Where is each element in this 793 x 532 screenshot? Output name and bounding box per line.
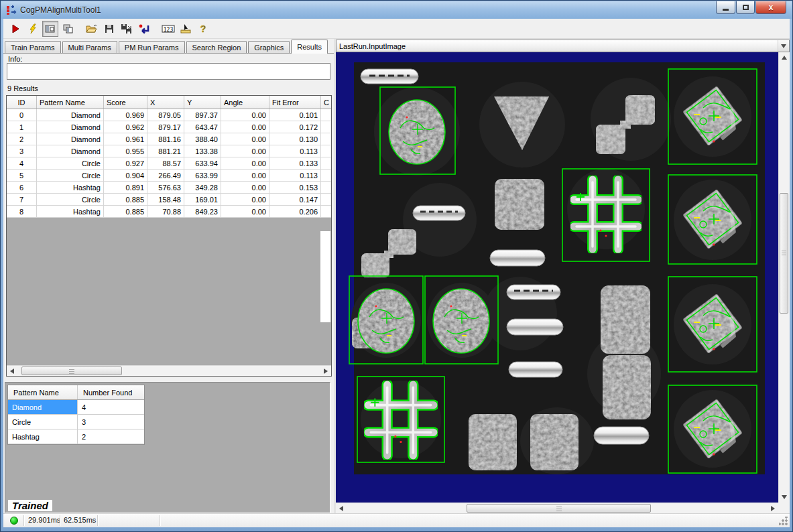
info-label: Info:: [8, 55, 22, 63]
column-header[interactable]: Number Found: [78, 385, 144, 399]
tab-results[interactable]: Results: [291, 40, 328, 54]
image-display[interactable]: [336, 52, 778, 503]
tab-multi-params[interactable]: Multi Params: [62, 41, 117, 54]
table-row[interactable]: 6Hashtag0.891576.63349.280.000.153: [7, 182, 331, 194]
tab-strip: Train Params Multi Params PM Run Params …: [5, 40, 334, 54]
save-as-icon: [121, 23, 133, 34]
scroll-left-icon[interactable]: [7, 366, 17, 377]
summary-header: Pattern Name Number Found: [8, 385, 144, 400]
grid-horizontal-scrollbar[interactable]: [7, 365, 331, 376]
scroll-down-icon[interactable]: [779, 492, 790, 503]
minimize-button[interactable]: [716, 1, 735, 14]
run-continuous-button[interactable]: [25, 21, 41, 37]
column-header[interactable]: Y: [184, 96, 221, 109]
table-row[interactable]: 5Circle0.904266.49633.990.000.113: [7, 170, 331, 182]
run-time-value: 29.901ms: [28, 516, 60, 524]
chevron-down-icon: [778, 40, 789, 52]
image-display-copy-icon: [62, 23, 73, 34]
save-button[interactable]: [101, 21, 117, 37]
reset-arrow-icon: [138, 23, 150, 34]
results-count-label: 9 Results: [7, 84, 38, 92]
image-display-icon: [45, 23, 56, 34]
app-window: CogPMAlignMultiTool1 x: [0, 0, 793, 532]
svg-text:?: ?: [200, 23, 206, 34]
open-folder-icon: [86, 23, 98, 34]
app-icon: [6, 5, 17, 15]
window-title: CogPMAlignMultiTool1: [20, 5, 101, 15]
help-icon: ?: [198, 23, 208, 34]
column-header[interactable]: X: [147, 96, 184, 109]
table-row[interactable]: 7Circle0.885158.48169.010.000.147: [7, 194, 331, 206]
tab-pm-run-params[interactable]: PM Run Params: [119, 41, 185, 54]
float-image-display-button[interactable]: [60, 21, 76, 37]
close-button[interactable]: x: [755, 1, 786, 14]
info-input[interactable]: [7, 63, 330, 80]
table-row[interactable]: 2Diamond0.961881.16388.400.000.130: [7, 133, 331, 145]
open-file-button[interactable]: [84, 21, 100, 37]
table-row[interactable]: Hashtag 2: [8, 429, 144, 444]
maximize-icon: [743, 5, 749, 10]
reset-button[interactable]: [136, 21, 152, 37]
maximize-button[interactable]: [736, 1, 755, 14]
status-led: [10, 517, 18, 525]
save-image-button[interactable]: [119, 21, 135, 37]
column-header[interactable]: ID: [7, 96, 37, 109]
total-time-value: 62.515ms: [64, 516, 96, 524]
toolbar: 123 ?: [3, 19, 790, 39]
pattern-summary-table: Pattern Name Number Found Diamond 4 Circ…: [7, 385, 145, 445]
summary-panel: Pattern Name Number Found Diamond 4 Circ…: [5, 382, 330, 513]
column-header[interactable]: Pattern Name: [37, 96, 104, 109]
play-icon: [10, 23, 21, 34]
scroll-right-icon[interactable]: [768, 503, 778, 514]
results-grid-header: ID Pattern Name Score X Y Angle Fit Erro…: [7, 96, 331, 109]
lightning-icon: [27, 23, 38, 34]
column-header[interactable]: C: [321, 96, 331, 109]
scrollbar-corner: [778, 503, 790, 513]
tool-edit-panel: Train Params Multi Params PM Run Params …: [3, 39, 334, 513]
results-tab-page: Info: 9 Results ID Pattern Name Score X …: [3, 53, 334, 513]
svg-text:123: 123: [164, 26, 174, 32]
image-source-combobox[interactable]: LastRun.InputImage: [336, 40, 790, 52]
run-button[interactable]: [7, 21, 23, 37]
table-row[interactable]: 8Hashtag0.88570.88849.230.000.206: [7, 206, 331, 218]
show-image-display-toggle[interactable]: [42, 21, 58, 37]
titlebar[interactable]: CogPMAlignMultiTool1 x: [1, 1, 792, 19]
resize-grip[interactable]: [779, 517, 788, 525]
trained-status-label: Trained: [8, 500, 52, 511]
image-vertical-scrollbar[interactable]: [778, 52, 790, 503]
image-horizontal-scrollbar[interactable]: [336, 503, 778, 513]
status-bar: 29.901ms 62.515ms: [3, 513, 790, 527]
numbers-icon: 123: [162, 23, 175, 34]
scroll-right-icon[interactable]: [320, 366, 331, 377]
scrollbar-thumb[interactable]: [780, 193, 788, 314]
column-header[interactable]: Angle: [221, 96, 269, 109]
save-icon: [104, 23, 115, 34]
show-values-button[interactable]: 123: [160, 21, 176, 37]
scroll-up-icon[interactable]: [779, 52, 790, 63]
column-header[interactable]: Pattern Name: [8, 385, 78, 399]
acquired-photo: [349, 62, 765, 474]
table-row[interactable]: Circle 3: [8, 415, 144, 429]
image-panel: LastRun.InputImage: [336, 39, 790, 513]
column-header[interactable]: Fit Error: [269, 96, 321, 109]
scroll-left-icon[interactable]: [336, 503, 347, 514]
table-row[interactable]: 0Diamond0.969879.05897.370.000.101: [7, 109, 331, 121]
grid-vscroll-track: [320, 231, 330, 322]
table-row[interactable]: 4Circle0.92788.57633.940.000.133: [7, 157, 331, 170]
column-header[interactable]: Score: [104, 96, 147, 109]
tab-train-params[interactable]: Train Params: [5, 41, 61, 54]
scrollbar-thumb[interactable]: [21, 367, 122, 375]
scrollbar-thumb[interactable]: [467, 504, 651, 513]
tab-graphics[interactable]: Graphics: [248, 41, 290, 54]
table-row[interactable]: Diamond 4: [8, 400, 144, 415]
measure-button[interactable]: [178, 21, 194, 37]
tab-search-region[interactable]: Search Region: [186, 41, 247, 54]
help-button[interactable]: ?: [195, 21, 211, 37]
close-icon: x: [769, 3, 774, 12]
table-row[interactable]: 1Diamond0.962879.17643.470.000.172: [7, 121, 331, 133]
inspection-image: [336, 52, 778, 503]
image-source-value: LastRun.InputImage: [337, 42, 778, 50]
table-row[interactable]: 3Diamond0.955881.21133.380.000.113: [7, 145, 331, 157]
ruler-pointer-icon: [180, 23, 192, 34]
minimize-icon: [723, 9, 729, 11]
